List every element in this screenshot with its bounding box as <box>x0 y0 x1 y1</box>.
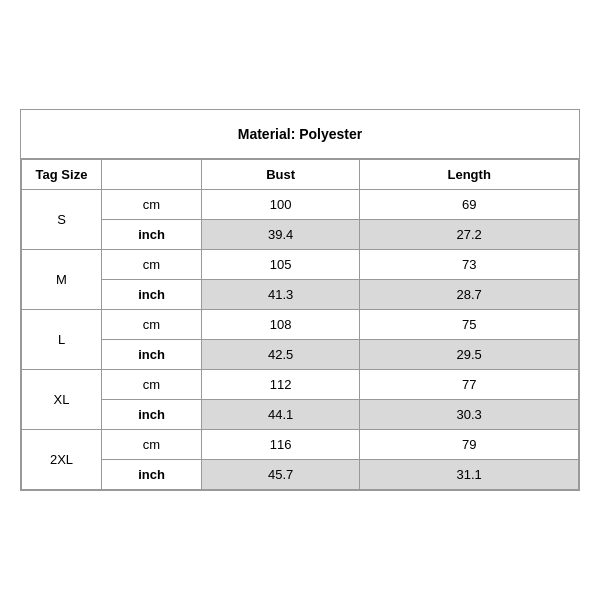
unit-inch: inch <box>102 220 202 250</box>
length-inch: 31.1 <box>360 460 579 490</box>
unit-inch: inch <box>102 280 202 310</box>
table-row: inch45.731.1 <box>22 460 579 490</box>
unit-cm: cm <box>102 310 202 340</box>
bust-inch: 45.7 <box>202 460 360 490</box>
bust-inch: 41.3 <box>202 280 360 310</box>
size-label: L <box>22 310 102 370</box>
size-chart: Material: Polyester Tag Size Bust Length… <box>20 109 580 491</box>
table-row: Mcm10573 <box>22 250 579 280</box>
bust-cm: 100 <box>202 190 360 220</box>
table-row: inch42.529.5 <box>22 340 579 370</box>
unit-cm: cm <box>102 190 202 220</box>
bust-inch: 42.5 <box>202 340 360 370</box>
size-label: 2XL <box>22 430 102 490</box>
header-unit-blank <box>102 160 202 190</box>
bust-inch: 39.4 <box>202 220 360 250</box>
header-bust: Bust <box>202 160 360 190</box>
bust-inch: 44.1 <box>202 400 360 430</box>
chart-title: Material: Polyester <box>21 110 579 159</box>
table-row: Lcm10875 <box>22 310 579 340</box>
length-inch: 27.2 <box>360 220 579 250</box>
length-cm: 75 <box>360 310 579 340</box>
length-inch: 28.7 <box>360 280 579 310</box>
header-tag-size: Tag Size <box>22 160 102 190</box>
bust-cm: 105 <box>202 250 360 280</box>
unit-inch: inch <box>102 460 202 490</box>
table-row: 2XLcm11679 <box>22 430 579 460</box>
bust-cm: 108 <box>202 310 360 340</box>
length-cm: 79 <box>360 430 579 460</box>
length-cm: 69 <box>360 190 579 220</box>
unit-inch: inch <box>102 340 202 370</box>
length-cm: 77 <box>360 370 579 400</box>
length-cm: 73 <box>360 250 579 280</box>
unit-cm: cm <box>102 370 202 400</box>
unit-cm: cm <box>102 430 202 460</box>
size-table: Tag Size Bust Length Scm10069inch39.427.… <box>21 159 579 490</box>
table-row: inch41.328.7 <box>22 280 579 310</box>
size-label: XL <box>22 370 102 430</box>
bust-cm: 112 <box>202 370 360 400</box>
unit-cm: cm <box>102 250 202 280</box>
header-length: Length <box>360 160 579 190</box>
length-inch: 29.5 <box>360 340 579 370</box>
size-label: M <box>22 250 102 310</box>
table-row: XLcm11277 <box>22 370 579 400</box>
table-row: inch39.427.2 <box>22 220 579 250</box>
length-inch: 30.3 <box>360 400 579 430</box>
table-row: Scm10069 <box>22 190 579 220</box>
table-header-row: Tag Size Bust Length <box>22 160 579 190</box>
unit-inch: inch <box>102 400 202 430</box>
bust-cm: 116 <box>202 430 360 460</box>
size-label: S <box>22 190 102 250</box>
table-row: inch44.130.3 <box>22 400 579 430</box>
